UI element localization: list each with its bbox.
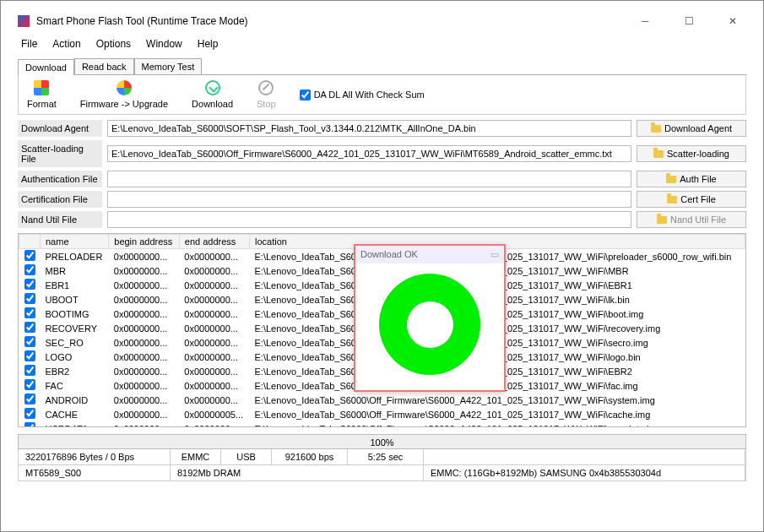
format-button[interactable]: Format	[27, 80, 57, 109]
row-name: EBR1	[41, 278, 109, 292]
row-begin: 0x0000000...	[109, 292, 180, 307]
row-checkbox[interactable]	[24, 408, 35, 419]
row-end: 0x0000000...	[179, 378, 249, 393]
status-bytes: 3220176896 Bytes / 0 Bps	[19, 449, 171, 464]
row-checkbox[interactable]	[24, 350, 35, 361]
row-name: ANDROID	[41, 393, 109, 407]
folder-icon	[653, 150, 664, 158]
row-checkbox[interactable]	[24, 279, 35, 290]
cert-button[interactable]: Cert File	[637, 191, 746, 208]
folder-icon	[666, 176, 676, 183]
row-name: FAC	[41, 378, 109, 393]
row-name: UBOOT	[41, 292, 109, 307]
popup-close-icon[interactable]: ▭	[490, 249, 499, 260]
da-button[interactable]: Download Agent	[637, 120, 746, 137]
row-begin: 0x0000000...	[109, 278, 180, 292]
table-row[interactable]: CACHE0x0000000...0x00000005...E:\Lenovo_…	[19, 407, 745, 421]
main-window: Smart Phone Flash Tool (Runtime Trace Mo…	[0, 0, 764, 532]
menubar: File Action Options Window Help	[18, 33, 746, 55]
minimize-button[interactable]: ─	[631, 13, 658, 30]
upgrade-icon	[116, 80, 132, 95]
row-checkbox[interactable]	[24, 379, 35, 390]
auth-button[interactable]: Auth File	[637, 171, 746, 187]
row-end: 0x00000005...	[179, 407, 249, 421]
download-button[interactable]: Download	[192, 80, 233, 109]
auth-label: Authentication File	[18, 171, 102, 187]
row-begin: 0x0000000...	[109, 321, 180, 335]
table-row[interactable]: USRDATA0x0000000...0x0000000...E:\Lenovo…	[19, 421, 745, 427]
folder-icon	[667, 196, 677, 204]
checksum-checkbox[interactable]	[300, 90, 311, 100]
row-checkbox[interactable]	[24, 422, 35, 427]
row-checkbox[interactable]	[24, 307, 35, 318]
upgrade-button[interactable]: Firmware -> Upgrade	[80, 80, 168, 109]
tab-memorytest[interactable]: Memory Test	[134, 58, 203, 74]
row-name: LOGO	[41, 350, 109, 364]
row-checkbox[interactable]	[24, 394, 35, 404]
folder-icon	[657, 216, 667, 224]
row-name: RECOVERY	[41, 321, 109, 335]
status-row-1: 3220176896 Bytes / 0 Bps EMMC USB 921600…	[18, 449, 746, 465]
file-fields: Download Agent Download Agent Scatter-lo…	[18, 120, 746, 228]
row-begin: 0x0000000...	[109, 393, 180, 407]
row-begin: 0x0000000...	[109, 263, 180, 278]
row-checkbox[interactable]	[24, 322, 35, 333]
status-storage: EMMC	[171, 449, 221, 464]
row-begin: 0x0000000...	[109, 249, 180, 264]
format-icon	[34, 80, 49, 95]
row-checkbox[interactable]	[24, 336, 35, 347]
row-begin: 0x0000000...	[109, 378, 180, 393]
scatter-button[interactable]: Scatter-loading	[637, 145, 746, 162]
scatter-input[interactable]	[107, 145, 631, 162]
row-name: USRDATA	[41, 421, 109, 427]
row-checkbox[interactable]	[24, 264, 35, 275]
row-end: 0x0000000...	[179, 292, 249, 307]
row-end: 0x0000000...	[179, 249, 249, 264]
menu-options[interactable]: Options	[96, 38, 131, 50]
row-name: MBR	[41, 263, 109, 278]
row-checkbox[interactable]	[24, 365, 35, 376]
row-checkbox[interactable]	[24, 293, 35, 304]
row-begin: 0x0000000...	[109, 364, 180, 378]
maximize-button[interactable]: ☐	[675, 13, 702, 30]
tab-download[interactable]: Download	[18, 59, 74, 75]
status-bps: 921600 bps	[272, 449, 348, 464]
row-loc: E:\Lenovo_IdeaTab_S6000\Off_Firmware\S60…	[249, 393, 745, 407]
menu-window[interactable]: Window	[146, 38, 182, 50]
row-name: CACHE	[41, 407, 109, 421]
row-checkbox[interactable]	[24, 250, 35, 261]
nand-input[interactable]	[107, 211, 631, 228]
status-emmc: EMMC: (116Gb+8192Mb) SAMSUNG 0x4b3855303…	[424, 465, 745, 480]
nand-button: Nand Util File	[637, 211, 746, 228]
cert-input[interactable]	[107, 191, 631, 208]
row-end: 0x0000000...	[179, 321, 249, 335]
window-title: Smart Phone Flash Tool (Runtime Trace Mo…	[36, 15, 631, 27]
folder-icon	[651, 125, 661, 133]
stop-button[interactable]: Stop	[257, 80, 276, 109]
menu-help[interactable]: Help	[198, 38, 219, 50]
row-name: PRELOADER	[41, 249, 109, 264]
menu-action[interactable]: Action	[52, 38, 80, 50]
row-end: 0x0000000...	[179, 421, 249, 427]
row-begin: 0x0000000...	[109, 350, 180, 364]
da-input[interactable]	[107, 120, 631, 137]
row-end: 0x0000000...	[179, 263, 249, 278]
checksum-option[interactable]: DA DL All With Check Sum	[300, 90, 425, 100]
da-label: Download Agent	[18, 120, 102, 137]
row-loc: E:\Lenovo_IdeaTab_S6000\Off_Firmware\S60…	[249, 407, 745, 421]
download-icon	[205, 80, 220, 95]
status-ram: 8192Mb DRAM	[171, 465, 424, 480]
col-name[interactable]: name	[41, 235, 109, 249]
table-row[interactable]: ANDROID0x0000000...0x0000000...E:\Lenovo…	[19, 393, 745, 407]
auth-input[interactable]	[107, 171, 631, 187]
close-button[interactable]: ✕	[719, 13, 746, 30]
col-end[interactable]: end address	[179, 235, 249, 249]
menu-file[interactable]: File	[21, 38, 37, 50]
scatter-label: Scatter-loading File	[18, 140, 102, 167]
tab-readback[interactable]: Read back	[74, 58, 134, 74]
app-icon	[18, 15, 30, 27]
status-time: 5:25 sec	[348, 449, 424, 464]
col-begin[interactable]: begin address	[109, 235, 180, 249]
row-begin: 0x0000000...	[109, 307, 180, 321]
nand-label: Nand Util File	[18, 211, 102, 228]
